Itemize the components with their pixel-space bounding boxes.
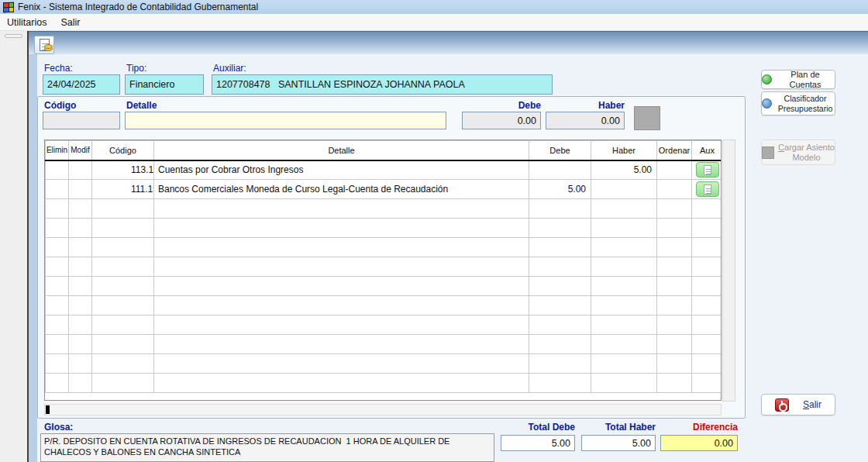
grid-row[interactable]: 111.15Bancos Comerciales Moneda de Curso… (46, 180, 722, 199)
grid-header-cell: Ordenar (657, 141, 692, 160)
menubar: Utilitarios Salir (0, 14, 868, 31)
grid-empty-row (46, 296, 722, 315)
window-title: Fenix - Sistema Integrado de Contabilida… (18, 2, 258, 12)
grid-cell-elimin[interactable] (46, 180, 69, 199)
fecha-label: Fecha: (44, 63, 73, 74)
codigo-field[interactable] (43, 112, 120, 129)
toolbar (29, 31, 868, 54)
grid-vertical-scrollbar[interactable] (722, 140, 735, 402)
main-content: Fecha: 24/04/2025 Tipo: Financiero Auxil… (29, 31, 868, 462)
power-icon (775, 398, 789, 412)
grid-cell-haber[interactable] (591, 180, 657, 199)
grid-cell-haber[interactable]: 5.00 (591, 160, 657, 180)
detalle-label: Detalle (126, 100, 157, 111)
document-list-icon (704, 165, 711, 175)
grid-header-cell: Aux (692, 141, 722, 160)
titlebar: Fenix - Sistema Integrado de Contabilida… (0, 0, 868, 14)
windows-logo-icon (3, 2, 14, 12)
total-haber-label: Total Haber (581, 422, 656, 433)
clasificador-label: Clasificador Presupuestario (776, 94, 835, 112)
haber-label: Haber (546, 100, 625, 111)
grid-cell-debe[interactable]: 5.00 (529, 180, 591, 199)
grid-cell-codigo[interactable]: 111.15 (92, 180, 154, 199)
plan-de-cuentas-button[interactable]: Plan de Cuentas (761, 70, 835, 89)
grid-empty-row (46, 238, 722, 257)
grid-empty-row (46, 354, 722, 374)
grid-header-cell: Detalle (154, 141, 529, 160)
entries-grid: EliminModifCódigoDetalleDebeHaberOrdenar… (45, 140, 722, 393)
document-list-icon (704, 184, 711, 195)
debe-label: Debe (462, 100, 541, 111)
grid-empty-row (46, 374, 722, 393)
grid-cell-detalle[interactable]: Cuentas por Cobrar Otros Ingresos (154, 160, 529, 180)
diferencia-field[interactable]: 0.00 (660, 435, 738, 451)
grid-cell-ordenar[interactable] (657, 180, 692, 199)
tipo-field[interactable]: Financiero (125, 74, 204, 95)
grid-cell-codigo[interactable]: 113.19 (92, 160, 154, 180)
grid-empty-row (46, 335, 722, 354)
total-debe-field[interactable]: 5.00 (501, 435, 575, 451)
plan-de-cuentas-label: Plan de Cuentas (776, 70, 835, 89)
grid-cell-detalle[interactable]: Bancos Comerciales Moneda de Curso Legal… (154, 180, 529, 199)
codigo-label: Código (44, 100, 76, 111)
glosa-label: Glosa: (44, 422, 73, 433)
grid-empty-row (46, 277, 722, 296)
debe-field[interactable]: 0.00 (462, 112, 541, 129)
grid-cell-ordenar[interactable] (657, 160, 692, 180)
grid-header-row: EliminModifCódigoDetalleDebeHaberOrdenar… (46, 141, 722, 160)
grid-header-cell: Modif (69, 141, 92, 160)
gray-square-icon (762, 147, 774, 159)
aux-button[interactable] (696, 181, 719, 197)
grid-cell-elimin[interactable] (46, 160, 69, 180)
green-sphere-icon (762, 74, 772, 84)
toolbar-grip-handle[interactable] (5, 34, 22, 38)
grid-header-cell: Debe (529, 141, 591, 160)
salir-button-label: Salir (803, 399, 822, 410)
grid-cell-aux (692, 180, 722, 199)
grid-empty-row (46, 315, 722, 335)
grid-empty-row (46, 199, 722, 219)
grid-cell-debe[interactable] (529, 160, 591, 180)
grid-header-cell: Elimin (46, 141, 69, 160)
scrollbar-thumb[interactable] (46, 405, 50, 414)
menu-utilitarios[interactable]: Utilitarios (0, 16, 53, 29)
grid-row[interactable]: 113.19Cuentas por Cobrar Otros Ingresos5… (46, 160, 722, 180)
entries-grid-wrap: EliminModifCódigoDetalleDebeHaberOrdenar… (44, 140, 722, 401)
grid-cell-modif[interactable] (69, 180, 92, 199)
grid-header-cell: Haber (591, 141, 657, 160)
blue-sphere-icon (762, 98, 772, 109)
app-window: Fenix - Sistema Integrado de Contabilida… (0, 0, 868, 462)
haber-field[interactable]: 0.00 (546, 112, 625, 129)
grid-header-cell: Código (92, 141, 154, 160)
grid-empty-row (46, 219, 722, 238)
entry-action-button[interactable] (634, 106, 660, 130)
tipo-label: Tipo: (126, 63, 146, 74)
total-haber-field[interactable]: 5.00 (581, 435, 656, 451)
new-entry-button[interactable] (34, 36, 54, 54)
cargar-asiento-modelo-button[interactable]: Cargar Asiento Modelo (761, 140, 835, 165)
document-coins-icon (40, 39, 50, 51)
diferencia-label: Diferencia (660, 422, 738, 433)
auxiliar-field[interactable]: 1207708478 SANTILLAN ESPINOZA JOHANNA PA… (212, 74, 553, 95)
grid-empty-row (46, 257, 722, 277)
aux-button[interactable] (696, 162, 719, 178)
total-debe-label: Total Debe (501, 422, 575, 433)
glosa-textarea[interactable]: P/R. DEPOSITO EN CUENTA ROTATIVA DE INGR… (40, 433, 494, 462)
cargar-asiento-label: Cargar Asiento Modelo (778, 143, 835, 162)
fecha-field[interactable]: 24/04/2025 (43, 74, 120, 95)
clasificador-presupuestario-button[interactable]: Clasificador Presupuestario (761, 91, 835, 116)
auxiliar-label: Auxiliar: (213, 63, 246, 74)
menu-salir[interactable]: Salir (53, 16, 87, 29)
detalle-field[interactable] (125, 112, 446, 129)
grid-cell-aux (692, 160, 722, 180)
left-rail (0, 31, 27, 462)
grid-horizontal-scrollbar[interactable] (44, 404, 722, 415)
salir-button[interactable]: Salir (761, 394, 835, 415)
grid-cell-modif[interactable] (69, 160, 92, 180)
